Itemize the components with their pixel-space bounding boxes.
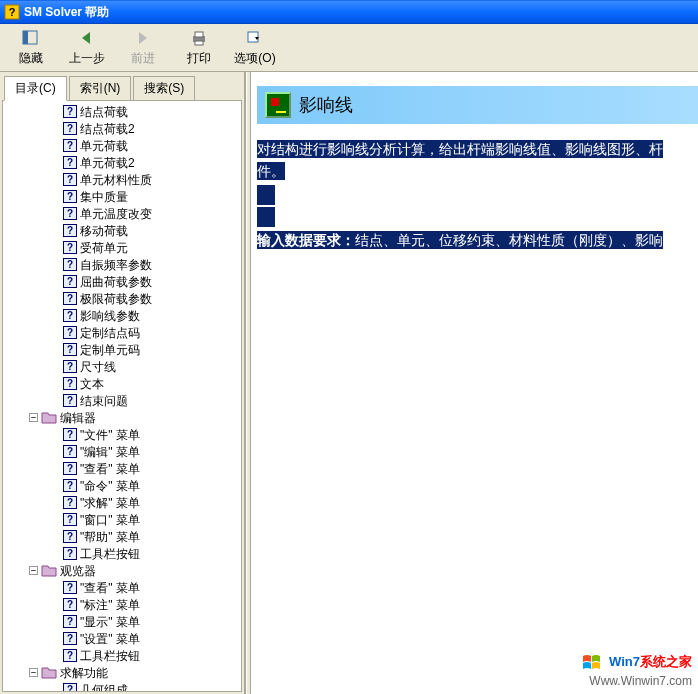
tree-folder[interactable]: −求解功能 [5, 664, 239, 681]
watermark: Win7系统之家 Www.Winwin7.com [581, 652, 692, 688]
options-button[interactable]: 选项(O) [228, 26, 282, 68]
tree-topic[interactable]: ?集中质量 [5, 188, 239, 205]
help-page-icon: ? [63, 479, 77, 492]
tree-topic[interactable]: ?结点荷载 [5, 103, 239, 120]
tree-topic[interactable]: ?单元荷载 [5, 137, 239, 154]
help-page-icon: ? [63, 513, 77, 526]
tree-topic[interactable]: ?单元温度改变 [5, 205, 239, 222]
navigation-sidebar: 目录(C) 索引(N) 搜索(S) ?结点荷载?结点荷载2?单元荷载?单元荷载2… [0, 72, 246, 694]
tree-topic[interactable]: ?"标注" 菜单 [5, 596, 239, 613]
selected-blank [257, 207, 275, 227]
help-page-icon: ? [63, 139, 77, 152]
options-icon [245, 28, 265, 48]
help-page-icon: ? [63, 547, 77, 560]
tree-topic[interactable]: ?"查看" 菜单 [5, 460, 239, 477]
tree-topic[interactable]: ?结点荷载2 [5, 120, 239, 137]
help-page-icon: ? [63, 598, 77, 611]
tree-topic[interactable]: ?"求解" 菜单 [5, 494, 239, 511]
tree-topic[interactable]: ?自振频率参数 [5, 256, 239, 273]
help-page-icon: ? [63, 394, 77, 407]
expand-toggle-icon[interactable]: − [29, 413, 38, 422]
help-page-icon: ? [63, 428, 77, 441]
hide-icon [21, 28, 41, 48]
arrow-right-icon [133, 28, 153, 48]
tree-topic[interactable]: ?影响线参数 [5, 307, 239, 324]
tree-topic[interactable]: ?工具栏按钮 [5, 545, 239, 562]
expand-toggle-icon[interactable]: − [29, 566, 38, 575]
tree-topic[interactable]: ?"窗口" 菜单 [5, 511, 239, 528]
help-page-icon: ? [63, 275, 77, 288]
book-open-icon [41, 411, 57, 424]
help-page-icon: ? [63, 632, 77, 645]
tree-topic[interactable]: ?"帮助" 菜单 [5, 528, 239, 545]
help-page-icon: ? [63, 649, 77, 662]
help-page-icon: ? [63, 156, 77, 169]
tree-topic[interactable]: ?"显示" 菜单 [5, 613, 239, 630]
tree-topic[interactable]: ?移动荷载 [5, 222, 239, 239]
help-page-icon: ? [63, 122, 77, 135]
content-body: 对结构进行影响线分析计算，给出杆端影响线值、影响线图形、杆 件。 输入数据要求：… [257, 138, 698, 251]
tree-topic[interactable]: ?"查看" 菜单 [5, 579, 239, 596]
svg-rect-6 [195, 41, 203, 45]
svg-text:?: ? [9, 6, 16, 18]
help-page-icon: ? [63, 105, 77, 118]
page-title: 影响线 [299, 93, 353, 117]
tree-topic[interactable]: ?几何组成 [5, 681, 239, 692]
tree-topic[interactable]: ?定制单元码 [5, 341, 239, 358]
help-page-icon: ? [63, 683, 77, 692]
tree-topic[interactable]: ?极限荷载参数 [5, 290, 239, 307]
forward-button: 前进 [116, 26, 170, 68]
help-page-icon: ? [63, 615, 77, 628]
tree-folder[interactable]: −观览器 [5, 562, 239, 579]
help-page-icon: ? [63, 581, 77, 594]
tree-topic[interactable]: ?单元材料性质 [5, 171, 239, 188]
tab-search[interactable]: 搜索(S) [133, 76, 195, 100]
tree-topic[interactable]: ?定制结点码 [5, 324, 239, 341]
window-titlebar: ? SM Solver 帮助 [0, 0, 698, 24]
tree-topic[interactable]: ?单元荷载2 [5, 154, 239, 171]
windows-logo-icon [581, 652, 603, 674]
tree-topic[interactable]: ?工具栏按钮 [5, 647, 239, 664]
content-pane: 影响线 对结构进行影响线分析计算，给出杆端影响线值、影响线图形、杆 件。 输入数… [251, 72, 698, 694]
tree-topic[interactable]: ?"文件" 菜单 [5, 426, 239, 443]
help-page-icon: ? [63, 445, 77, 458]
help-page-icon: ? [63, 207, 77, 220]
help-page-icon: ? [63, 496, 77, 509]
expand-toggle-icon[interactable]: − [29, 668, 38, 677]
print-icon [189, 28, 209, 48]
help-page-icon: ? [63, 224, 77, 237]
content-text: 对结构进行影响线分析计算，给出杆端影响线值、影响线图形、杆 [257, 140, 663, 158]
tree-folder[interactable]: −编辑器 [5, 409, 239, 426]
tree-topic[interactable]: ?"设置" 菜单 [5, 630, 239, 647]
hide-button[interactable]: 隐藏 [4, 26, 58, 68]
tree-view[interactable]: ?结点荷载?结点荷载2?单元荷载?单元荷载2?单元材料性质?集中质量?单元温度改… [2, 100, 242, 692]
topic-icon [265, 92, 291, 118]
tree-topic[interactable]: ?尺寸线 [5, 358, 239, 375]
arrow-left-icon [77, 28, 97, 48]
toolbar: 隐藏 上一步 前进 打印 选项(O) [0, 24, 698, 72]
tree-topic[interactable]: ?结束问题 [5, 392, 239, 409]
help-page-icon: ? [63, 360, 77, 373]
tree-topic[interactable]: ?"编辑" 菜单 [5, 443, 239, 460]
tree-topic[interactable]: ?屈曲荷载参数 [5, 273, 239, 290]
tab-contents[interactable]: 目录(C) [4, 76, 67, 101]
content-header: 影响线 [257, 86, 698, 124]
tree-topic[interactable]: ?受荷单元 [5, 239, 239, 256]
back-button[interactable]: 上一步 [60, 26, 114, 68]
content-label: 输入数据要求：结点、单元、位移约束、材料性质（刚度）、影响 [257, 231, 663, 249]
help-page-icon: ? [63, 343, 77, 356]
tab-index[interactable]: 索引(N) [69, 76, 132, 100]
help-page-icon: ? [63, 462, 77, 475]
help-page-icon: ? [63, 530, 77, 543]
main-area: 目录(C) 索引(N) 搜索(S) ?结点荷载?结点荷载2?单元荷载?单元荷载2… [0, 72, 698, 694]
help-page-icon: ? [63, 292, 77, 305]
app-icon: ? [4, 4, 20, 20]
help-page-icon: ? [63, 377, 77, 390]
window-title: SM Solver 帮助 [24, 4, 109, 21]
book-open-icon [41, 564, 57, 577]
tree-topic[interactable]: ?"命令" 菜单 [5, 477, 239, 494]
tree-topic[interactable]: ?文本 [5, 375, 239, 392]
print-button[interactable]: 打印 [172, 26, 226, 68]
selected-blank [257, 185, 275, 205]
nav-tabs: 目录(C) 索引(N) 搜索(S) [2, 74, 242, 100]
